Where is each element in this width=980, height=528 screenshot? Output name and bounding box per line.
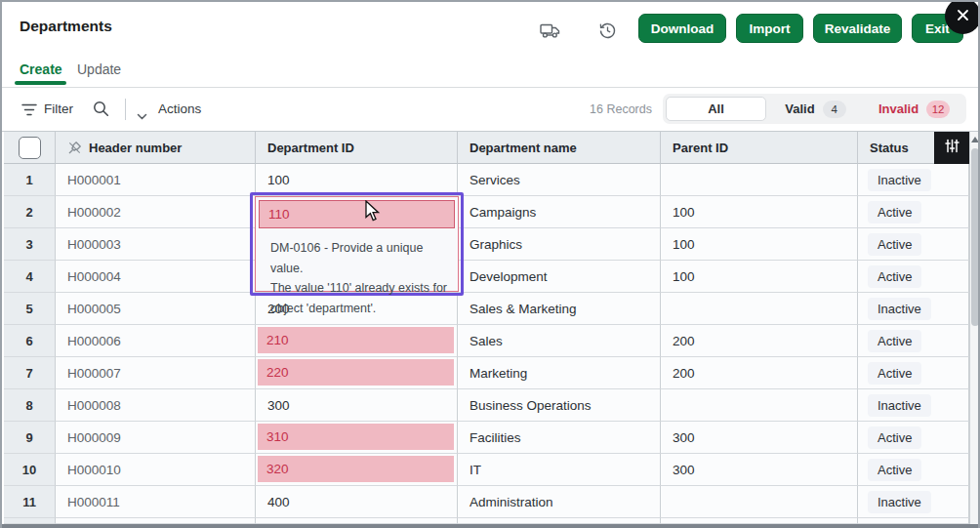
status-cell[interactable]: Active: [858, 325, 969, 357]
parent-id-cell[interactable]: 100: [661, 196, 858, 228]
department-id-cell[interactable]: 400: [256, 486, 458, 518]
status-cell[interactable]: Active: [858, 228, 969, 261]
header-number-cell[interactable]: H000010: [56, 454, 256, 486]
parent-id-cell[interactable]: 200: [661, 357, 858, 389]
invalid-value-highlight[interactable]: 320: [258, 456, 454, 482]
status-badge: Active: [868, 362, 921, 385]
header-number-cell[interactable]: H000011: [56, 486, 256, 518]
department-id-cell[interactable]: 220: [256, 357, 458, 389]
parent-id-cell[interactable]: [661, 389, 858, 422]
history-icon[interactable]: [596, 20, 618, 40]
header-number-cell[interactable]: H000006: [56, 325, 256, 357]
row-number-cell[interactable]: 11: [4, 486, 56, 518]
parent-id-cell[interactable]: [661, 164, 858, 196]
parent-id-cell[interactable]: 100: [661, 228, 858, 261]
status-cell[interactable]: Active: [858, 357, 969, 389]
header-number-cell[interactable]: H000005: [56, 293, 256, 325]
department-name-cell[interactable]: Campaigns: [458, 196, 661, 228]
search-icon[interactable]: [93, 101, 109, 121]
chevron-down-icon[interactable]: [137, 106, 147, 124]
row-number-cell[interactable]: 9: [4, 422, 56, 454]
filter-icon[interactable]: [21, 102, 37, 120]
scrollbar-up-arrow[interactable]: [971, 137, 979, 142]
page-title: Departments: [20, 18, 112, 35]
status-badge: Inactive: [868, 394, 931, 417]
header-number-cell[interactable]: H000003: [56, 228, 256, 261]
header-number-cell[interactable]: H000009: [56, 422, 256, 454]
download-button[interactable]: Download: [638, 14, 726, 43]
row-number-cell[interactable]: 1: [4, 164, 56, 196]
header-number-cell[interactable]: H000004: [56, 261, 256, 293]
parent-id-cell[interactable]: [661, 486, 858, 518]
header-number-cell[interactable]: H000008: [56, 389, 256, 422]
department-id-cell[interactable]: 320: [256, 454, 458, 486]
department-name-cell[interactable]: Business Operations: [458, 389, 661, 422]
select-all-checkbox[interactable]: [19, 137, 41, 159]
department-id-cell[interactable]: 310: [256, 422, 458, 454]
department-id-cell[interactable]: 300: [256, 389, 458, 422]
parent-id-cell[interactable]: 200: [661, 325, 858, 357]
department-name-cell[interactable]: Graphics: [458, 228, 661, 261]
row-number-cell[interactable]: 4: [4, 261, 56, 293]
revalidate-button[interactable]: Revalidate: [813, 14, 902, 43]
parent-id-cell[interactable]: 300: [661, 422, 858, 454]
column-header-department-name[interactable]: Department name: [458, 132, 661, 164]
department-name-cell[interactable]: Services: [458, 164, 661, 196]
filter-all-label: All: [708, 102, 724, 116]
actions-label[interactable]: Actions: [158, 102, 201, 116]
validity-filter: All Valid 4 Invalid 12: [663, 94, 966, 124]
filter-label[interactable]: Filter: [44, 102, 73, 116]
status-cell[interactable]: Active: [858, 196, 969, 228]
tab-update[interactable]: Update: [77, 61, 121, 77]
scrollbar-thumb[interactable]: [971, 148, 979, 326]
select-all-header-cell: [4, 132, 56, 164]
column-settings-button[interactable]: [934, 132, 969, 164]
status-cell[interactable]: Active: [858, 422, 969, 454]
filter-valid[interactable]: Valid 4: [766, 97, 865, 121]
department-name-cell[interactable]: Sales & Marketing: [458, 293, 661, 325]
department-name-cell[interactable]: Marketing: [458, 357, 661, 389]
parent-id-cell[interactable]: [661, 293, 858, 325]
header-number-cell[interactable]: H000007: [56, 357, 256, 389]
close-button[interactable]: [945, 0, 980, 34]
row-number-cell[interactable]: 2: [4, 196, 56, 228]
department-name-cell[interactable]: Facilities: [458, 422, 661, 454]
row-number-cell[interactable]: 6: [4, 325, 56, 357]
status-cell[interactable]: Active: [858, 261, 969, 293]
column-header-parent-id[interactable]: Parent ID: [661, 132, 858, 164]
department-name-cell[interactable]: Sales: [458, 325, 661, 357]
department-id-cell-invalid[interactable]: 110: [259, 200, 455, 228]
import-button[interactable]: Import: [736, 14, 803, 43]
status-cell[interactable]: Inactive: [858, 293, 969, 325]
row-number-cell[interactable]: 10: [4, 454, 56, 486]
row-number-cell[interactable]: 7: [4, 357, 56, 389]
header-number-cell[interactable]: H000002: [56, 196, 256, 228]
error-line-3: object 'department'.: [270, 299, 456, 319]
status-cell[interactable]: Inactive: [858, 486, 969, 518]
department-name-cell[interactable]: IT: [458, 454, 661, 486]
status-cell[interactable]: Inactive: [858, 164, 969, 196]
tab-create[interactable]: Create: [20, 61, 62, 77]
header-number-cell[interactable]: H000001: [56, 164, 256, 196]
filter-invalid[interactable]: Invalid 12: [865, 97, 963, 121]
row-number-cell[interactable]: 3: [4, 228, 56, 261]
invalid-value-highlight[interactable]: 310: [258, 424, 454, 450]
row-number-cell[interactable]: 5: [4, 293, 56, 325]
active-tab-underline: [15, 81, 66, 85]
truck-icon[interactable]: [540, 20, 561, 40]
column-header-department-id[interactable]: Department ID: [256, 132, 458, 164]
row-number-cell[interactable]: 8: [4, 389, 56, 422]
status-cell[interactable]: Active: [858, 454, 969, 486]
unpin-icon[interactable]: [67, 141, 89, 155]
invalid-value-highlight[interactable]: 220: [258, 359, 454, 386]
column-header-header-number[interactable]: Header number: [56, 132, 256, 164]
parent-id-cell[interactable]: 300: [661, 454, 858, 486]
department-name-cell[interactable]: Development: [458, 261, 661, 293]
parent-id-cell[interactable]: 100: [661, 261, 858, 293]
department-id-cell[interactable]: 210: [256, 325, 458, 357]
filter-all[interactable]: All: [666, 97, 766, 121]
department-name-cell[interactable]: Administration: [458, 486, 661, 518]
invalid-value-highlight[interactable]: 210: [258, 327, 454, 353]
status-badge: Active: [868, 426, 921, 449]
status-cell[interactable]: Inactive: [858, 389, 969, 422]
